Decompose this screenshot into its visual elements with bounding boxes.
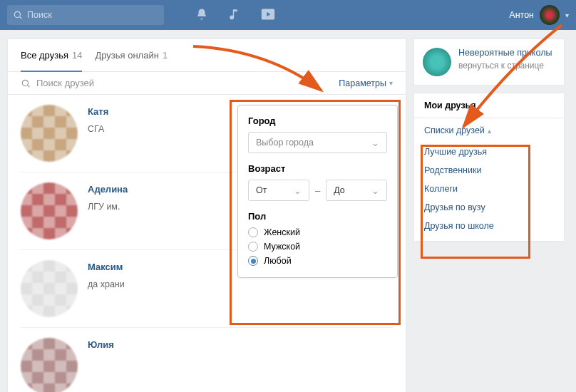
user-name: Антон <box>509 10 534 20</box>
promo-back-link[interactable]: вернуться к странице <box>458 61 552 71</box>
friend-lists-toggle[interactable]: Списки друзей ▴ <box>414 118 564 143</box>
filter-params-toggle[interactable]: Параметры ▾ <box>339 78 393 88</box>
promo-title: Невероятные приколы <box>458 48 552 59</box>
bell-icon[interactable] <box>195 8 208 23</box>
tab-label: Друзья онлайн <box>95 50 158 61</box>
gender-option-male[interactable]: Мужской <box>248 242 387 252</box>
params-label: Параметры <box>339 78 386 88</box>
avatar <box>21 105 78 162</box>
tab-label: Все друзья <box>21 50 68 61</box>
avatar <box>21 182 78 239</box>
svg-point-0 <box>14 11 20 17</box>
age-to-value: До <box>334 185 345 195</box>
user-menu[interactable]: Антон ▾ <box>509 5 569 25</box>
filter-panel: Город Выбор города ⌄ Возраст От ⌄ – До ⌄ <box>237 105 398 278</box>
avatar <box>21 260 78 317</box>
friend-name[interactable]: Юлия <box>88 339 114 350</box>
list-item[interactable]: Юлия <box>21 328 393 392</box>
search-icon <box>13 10 23 20</box>
tab-count: 1 <box>163 50 168 61</box>
friend-list-item[interactable]: Родственники <box>424 165 554 175</box>
tabs: Все друзья 14 Друзья онлайн 1 <box>8 39 406 72</box>
play-icon[interactable] <box>261 8 275 23</box>
chevron-down-icon: ⌄ <box>371 138 379 148</box>
chevron-down-icon: ▾ <box>389 79 393 87</box>
age-to-select[interactable]: До ⌄ <box>326 180 387 201</box>
tab-friends-online[interactable]: Друзья онлайн 1 <box>95 39 168 71</box>
my-friends-section[interactable]: Мои друзья <box>414 93 564 118</box>
avatar <box>423 48 451 76</box>
friend-list-item[interactable]: Друзья по школе <box>424 221 554 231</box>
avatar <box>540 5 560 25</box>
friend-subtitle: СГА <box>88 124 108 134</box>
chevron-up-icon: ▴ <box>488 127 491 135</box>
tab-all-friends[interactable]: Все друзья 14 <box>21 39 82 71</box>
filter-age-label: Возраст <box>248 163 387 174</box>
sidebar-lists: Мои друзья Списки друзей ▴ Лучшие друзья… <box>413 93 565 242</box>
top-bar: Антон ▾ <box>0 0 576 30</box>
svg-line-4 <box>28 85 30 87</box>
chevron-down-icon: ⌄ <box>294 185 302 196</box>
svg-line-1 <box>20 17 22 19</box>
friend-list-item[interactable]: Лучшие друзья <box>424 147 554 157</box>
filter-gender-label: Пол <box>248 211 387 222</box>
chevron-down-icon: ⌄ <box>371 185 379 196</box>
global-search[interactable] <box>7 5 164 25</box>
chevron-down-icon: ▾ <box>565 11 569 19</box>
friends-toolbar: Параметры ▾ <box>8 72 406 95</box>
top-icons <box>195 8 275 23</box>
city-select-value: Выбор города <box>256 138 314 148</box>
friends-panel: Все друзья 14 Друзья онлайн 1 Параметры … <box>7 38 406 392</box>
tab-count: 14 <box>72 50 82 61</box>
friend-name[interactable]: Максим <box>88 262 125 272</box>
friend-subtitle: да храни <box>88 279 125 289</box>
friend-lists: Лучшие друзья Родственники Коллеги Друзь… <box>414 143 564 241</box>
filter-city-label: Город <box>248 115 387 126</box>
city-select[interactable]: Выбор города ⌄ <box>248 132 387 153</box>
friends-search-input[interactable] <box>36 78 165 88</box>
age-from-value: От <box>256 185 267 195</box>
avatar <box>21 338 78 392</box>
friend-name[interactable]: Катя <box>88 106 108 117</box>
gender-option-any[interactable]: Любой <box>248 256 387 266</box>
dash: – <box>315 185 320 196</box>
friends-search[interactable] <box>21 78 339 88</box>
age-from-select[interactable]: От ⌄ <box>248 180 309 201</box>
friend-name[interactable]: Аделина <box>88 184 128 195</box>
gender-option-female[interactable]: Женский <box>248 227 387 237</box>
friend-subtitle: ЛГУ им. <box>88 202 128 212</box>
music-icon[interactable] <box>228 8 241 23</box>
global-search-input[interactable] <box>27 10 148 20</box>
friend-list-item[interactable]: Друзья по вузу <box>424 202 554 212</box>
svg-point-3 <box>22 80 28 86</box>
friend-list-item[interactable]: Коллеги <box>424 184 554 194</box>
promo-card[interactable]: Невероятные приколы вернуться к странице <box>413 38 565 86</box>
search-icon <box>21 78 31 88</box>
